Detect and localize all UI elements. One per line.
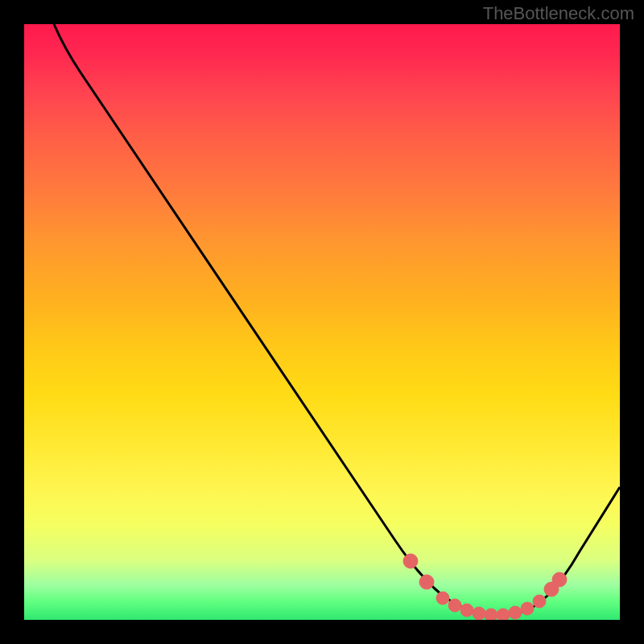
data-point xyxy=(521,602,534,615)
data-point xyxy=(485,609,497,620)
chart-container xyxy=(24,24,620,620)
chart-svg xyxy=(24,24,620,620)
data-point xyxy=(552,572,567,587)
data-point xyxy=(473,607,485,620)
data-point xyxy=(460,604,473,617)
data-point xyxy=(497,609,510,620)
data-point xyxy=(533,595,546,608)
bottleneck-curve xyxy=(54,24,620,616)
data-point xyxy=(419,575,434,589)
watermark-text: TheBottleneck.com xyxy=(483,3,634,24)
data-point xyxy=(448,599,461,612)
data-point xyxy=(436,592,449,605)
data-point xyxy=(403,554,418,568)
data-point xyxy=(509,606,522,619)
